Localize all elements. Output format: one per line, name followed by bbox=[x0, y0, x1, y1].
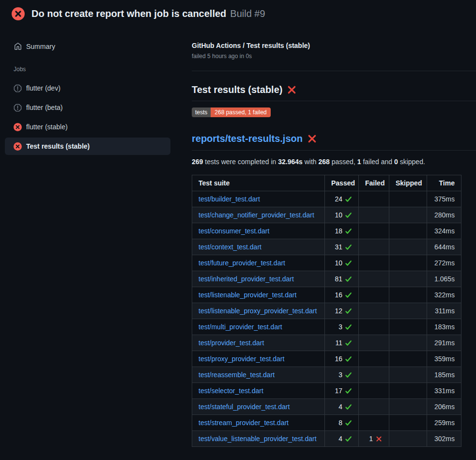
summary-segment: with bbox=[303, 158, 319, 166]
build-number: Build #9 bbox=[230, 8, 265, 19]
table-row: test/selector_test.dart17 331ms bbox=[192, 383, 461, 399]
skipped-cell bbox=[389, 223, 427, 239]
time-cell: 331ms bbox=[427, 383, 461, 399]
tests-badge: tests 268 passed, 1 failed bbox=[192, 107, 271, 117]
table-row: test/stateful_provider_test.dart4 206ms bbox=[192, 399, 461, 415]
time-cell: 311ms bbox=[427, 303, 461, 319]
check-icon bbox=[345, 387, 352, 395]
sidebar-summary-label: Summary bbox=[26, 43, 55, 50]
skipped-cell bbox=[389, 367, 427, 383]
failed-status-icon bbox=[12, 7, 25, 20]
table-row: test/builder_test.dart24 375ms bbox=[192, 191, 461, 207]
table-row: test/value_listenable_provider_test.dart… bbox=[192, 431, 461, 447]
test-suite-link[interactable]: test/listenable_proxy_provider_test.dart bbox=[199, 307, 317, 315]
count-value: 17 bbox=[335, 386, 342, 396]
test-suite-link[interactable]: test/provider_test.dart bbox=[199, 339, 264, 347]
count-value: 1 bbox=[369, 434, 373, 444]
skipped-cell bbox=[389, 303, 427, 319]
summary-segment: passed, bbox=[330, 158, 357, 166]
skipped-cell bbox=[389, 335, 427, 351]
sidebar-item-job-3[interactable]: Test results (stable) bbox=[5, 138, 170, 155]
count-value: 18 bbox=[335, 226, 342, 236]
time-cell: 644ms bbox=[427, 239, 461, 255]
cancelled-icon bbox=[14, 104, 22, 112]
time-cell: 272ms bbox=[427, 255, 461, 271]
count-value: 16 bbox=[335, 290, 342, 300]
test-suite-link[interactable]: test/value_listenable_provider_test.dart bbox=[199, 435, 317, 443]
test-suite-link[interactable]: test/inherited_provider_test.dart bbox=[199, 275, 294, 283]
sidebar-item-summary[interactable]: Summary bbox=[5, 38, 170, 55]
test-suite-link[interactable]: test/future_provider_test.dart bbox=[199, 259, 285, 267]
sidebar-job-label: flutter (beta) bbox=[26, 104, 62, 111]
summary-segment: skipped. bbox=[398, 158, 425, 166]
table-row: test/proxy_provider_test.dart16 359ms bbox=[192, 351, 461, 367]
column-header-time: Time bbox=[427, 175, 461, 191]
sidebar-item-job-0[interactable]: flutter (dev) bbox=[5, 79, 170, 97]
count-value: 3 bbox=[338, 322, 342, 332]
skipped-cell bbox=[389, 383, 427, 399]
test-suite-link[interactable]: test/multi_provider_test.dart bbox=[199, 323, 282, 331]
table-row: test/consumer_test.dart18 324ms bbox=[192, 223, 461, 239]
test-suite-link[interactable]: test/builder_test.dart bbox=[199, 195, 260, 203]
check-icon bbox=[345, 371, 352, 379]
test-suite-link[interactable]: test/change_notifier_provider_test.dart bbox=[199, 211, 314, 219]
sidebar-jobs-list: flutter (dev) flutter (beta) flutter (st… bbox=[5, 79, 170, 155]
count-value: 81 bbox=[335, 274, 342, 284]
test-suite-link[interactable]: test/consumer_test.dart bbox=[199, 227, 269, 235]
sidebar: Summary Jobs flutter (dev) flutter (beta… bbox=[0, 27, 175, 157]
sidebar-jobs-heading: Jobs bbox=[14, 66, 170, 73]
summary-segment: 268 bbox=[319, 158, 330, 166]
skipped-cell bbox=[389, 191, 427, 207]
count-value: 4 bbox=[338, 402, 342, 412]
count-value: 4 bbox=[338, 434, 342, 444]
summary-segment: 1 bbox=[357, 158, 361, 166]
skipped-cell bbox=[389, 415, 427, 431]
run-meta: failed 5 hours ago in 0s bbox=[192, 53, 476, 60]
test-suite-link[interactable]: test/stateful_provider_test.dart bbox=[199, 403, 290, 411]
skipped-cell bbox=[389, 399, 427, 415]
time-cell: 183ms bbox=[427, 319, 461, 335]
time-cell: 259ms bbox=[427, 415, 461, 431]
summary-segment: tests were completed in bbox=[203, 158, 278, 166]
count-value: 16 bbox=[335, 354, 342, 364]
skipped-cell bbox=[389, 255, 427, 271]
time-cell: 206ms bbox=[427, 399, 461, 415]
test-suite-link[interactable]: test/stream_provider_test.dart bbox=[199, 419, 289, 427]
count-value: 12 bbox=[335, 306, 342, 316]
report-title[interactable]: reports/test-results.json bbox=[192, 133, 476, 151]
test-suite-link[interactable]: test/reassemble_test.dart bbox=[199, 371, 275, 379]
check-icon bbox=[345, 323, 352, 331]
test-suite-link[interactable]: test/listenable_provider_test.dart bbox=[199, 291, 296, 299]
skipped-cell bbox=[389, 287, 427, 303]
summary-segment: 32.964s bbox=[278, 158, 303, 166]
home-icon bbox=[14, 43, 22, 51]
count-value: 24 bbox=[335, 194, 342, 204]
table-row: test/listenable_proxy_provider_test.dart… bbox=[192, 303, 461, 319]
test-suite-link[interactable]: test/proxy_provider_test.dart bbox=[199, 355, 284, 363]
count-value: 3 bbox=[338, 370, 342, 380]
table-row: test/change_notifier_provider_test.dart1… bbox=[192, 207, 461, 223]
sidebar-item-job-1[interactable]: flutter (beta) bbox=[5, 99, 170, 116]
failed-icon bbox=[14, 142, 22, 151]
x-icon bbox=[375, 435, 383, 443]
column-header-failed: Failed bbox=[359, 175, 389, 191]
time-cell: 324ms bbox=[427, 223, 461, 239]
table-row: test/context_test.dart31 644ms bbox=[192, 239, 461, 255]
failed-x-icon bbox=[307, 134, 317, 143]
test-suite-link[interactable]: test/selector_test.dart bbox=[199, 387, 263, 395]
summary-segment: 269 bbox=[192, 158, 203, 166]
skipped-cell bbox=[389, 351, 427, 367]
section-title-text: Test results (stable) bbox=[192, 84, 282, 95]
skipped-cell bbox=[389, 271, 427, 287]
column-header-passed: Passed bbox=[325, 175, 359, 191]
sidebar-item-job-2[interactable]: flutter (stable) bbox=[5, 118, 170, 136]
time-cell: 185ms bbox=[427, 367, 461, 383]
table-row: test/reassemble_test.dart3 185ms bbox=[192, 367, 461, 383]
count-value: 8 bbox=[338, 418, 342, 428]
check-icon bbox=[345, 260, 352, 267]
table-row: test/multi_provider_test.dart3 183ms bbox=[192, 319, 461, 335]
badge-value: 268 passed, 1 failed bbox=[211, 107, 270, 117]
summary-segment: failed and bbox=[361, 158, 395, 166]
check-icon bbox=[345, 276, 352, 283]
test-suite-link[interactable]: test/context_test.dart bbox=[199, 243, 261, 251]
